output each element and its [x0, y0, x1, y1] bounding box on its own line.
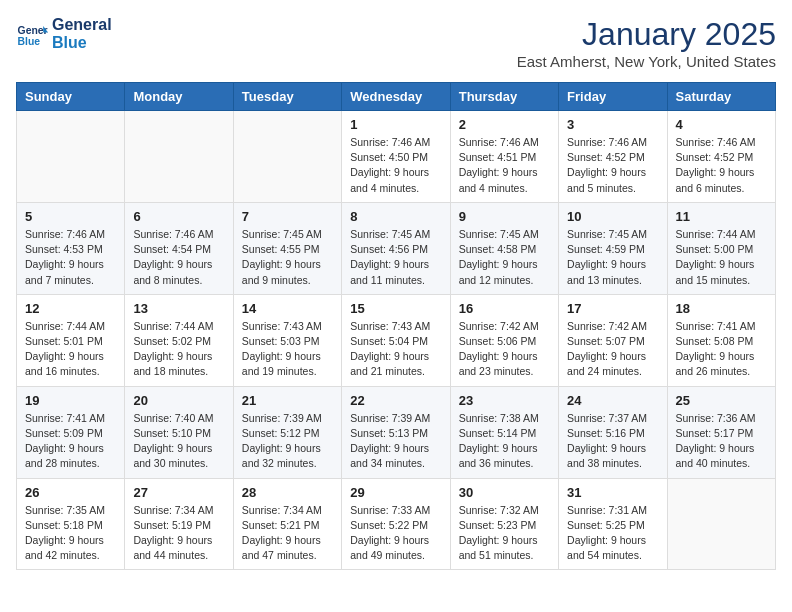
calendar-cell: 7Sunrise: 7:45 AM Sunset: 4:55 PM Daylig… — [233, 202, 341, 294]
title-block: January 2025 East Amherst, New York, Uni… — [517, 16, 776, 70]
day-info: Sunrise: 7:32 AM Sunset: 5:23 PM Dayligh… — [459, 503, 550, 564]
day-number: 10 — [567, 209, 658, 224]
day-number: 17 — [567, 301, 658, 316]
calendar-cell: 1Sunrise: 7:46 AM Sunset: 4:50 PM Daylig… — [342, 111, 450, 203]
day-info: Sunrise: 7:31 AM Sunset: 5:25 PM Dayligh… — [567, 503, 658, 564]
day-number: 28 — [242, 485, 333, 500]
day-number: 16 — [459, 301, 550, 316]
day-number: 25 — [676, 393, 767, 408]
day-info: Sunrise: 7:37 AM Sunset: 5:16 PM Dayligh… — [567, 411, 658, 472]
calendar-cell: 3Sunrise: 7:46 AM Sunset: 4:52 PM Daylig… — [559, 111, 667, 203]
weekday-header: Monday — [125, 83, 233, 111]
day-info: Sunrise: 7:38 AM Sunset: 5:14 PM Dayligh… — [459, 411, 550, 472]
day-info: Sunrise: 7:45 AM Sunset: 4:55 PM Dayligh… — [242, 227, 333, 288]
day-number: 27 — [133, 485, 224, 500]
day-info: Sunrise: 7:34 AM Sunset: 5:21 PM Dayligh… — [242, 503, 333, 564]
day-info: Sunrise: 7:36 AM Sunset: 5:17 PM Dayligh… — [676, 411, 767, 472]
svg-text:Blue: Blue — [18, 36, 41, 47]
logo-blue: Blue — [52, 34, 112, 52]
calendar-header: SundayMondayTuesdayWednesdayThursdayFrid… — [17, 83, 776, 111]
calendar-cell: 6Sunrise: 7:46 AM Sunset: 4:54 PM Daylig… — [125, 202, 233, 294]
day-number: 11 — [676, 209, 767, 224]
day-number: 24 — [567, 393, 658, 408]
day-number: 20 — [133, 393, 224, 408]
logo-general: General — [52, 16, 112, 34]
day-number: 5 — [25, 209, 116, 224]
weekday-header: Tuesday — [233, 83, 341, 111]
day-number: 29 — [350, 485, 441, 500]
day-info: Sunrise: 7:33 AM Sunset: 5:22 PM Dayligh… — [350, 503, 441, 564]
day-info: Sunrise: 7:45 AM Sunset: 4:59 PM Dayligh… — [567, 227, 658, 288]
day-number: 9 — [459, 209, 550, 224]
day-number: 6 — [133, 209, 224, 224]
calendar-cell: 14Sunrise: 7:43 AM Sunset: 5:03 PM Dayli… — [233, 294, 341, 386]
calendar-cell: 28Sunrise: 7:34 AM Sunset: 5:21 PM Dayli… — [233, 478, 341, 570]
calendar-cell: 8Sunrise: 7:45 AM Sunset: 4:56 PM Daylig… — [342, 202, 450, 294]
day-info: Sunrise: 7:43 AM Sunset: 5:04 PM Dayligh… — [350, 319, 441, 380]
calendar-cell — [125, 111, 233, 203]
day-info: Sunrise: 7:44 AM Sunset: 5:01 PM Dayligh… — [25, 319, 116, 380]
day-number: 15 — [350, 301, 441, 316]
calendar-week-row: 1Sunrise: 7:46 AM Sunset: 4:50 PM Daylig… — [17, 111, 776, 203]
day-info: Sunrise: 7:44 AM Sunset: 5:00 PM Dayligh… — [676, 227, 767, 288]
day-number: 3 — [567, 117, 658, 132]
calendar-cell: 2Sunrise: 7:46 AM Sunset: 4:51 PM Daylig… — [450, 111, 558, 203]
day-number: 12 — [25, 301, 116, 316]
day-number: 21 — [242, 393, 333, 408]
day-info: Sunrise: 7:45 AM Sunset: 4:56 PM Dayligh… — [350, 227, 441, 288]
day-info: Sunrise: 7:46 AM Sunset: 4:52 PM Dayligh… — [567, 135, 658, 196]
calendar-cell: 22Sunrise: 7:39 AM Sunset: 5:13 PM Dayli… — [342, 386, 450, 478]
weekday-header: Wednesday — [342, 83, 450, 111]
calendar-cell: 29Sunrise: 7:33 AM Sunset: 5:22 PM Dayli… — [342, 478, 450, 570]
day-number: 14 — [242, 301, 333, 316]
calendar-cell: 12Sunrise: 7:44 AM Sunset: 5:01 PM Dayli… — [17, 294, 125, 386]
calendar-cell: 30Sunrise: 7:32 AM Sunset: 5:23 PM Dayli… — [450, 478, 558, 570]
day-info: Sunrise: 7:34 AM Sunset: 5:19 PM Dayligh… — [133, 503, 224, 564]
calendar-cell: 4Sunrise: 7:46 AM Sunset: 4:52 PM Daylig… — [667, 111, 775, 203]
calendar-cell: 27Sunrise: 7:34 AM Sunset: 5:19 PM Dayli… — [125, 478, 233, 570]
calendar-cell — [17, 111, 125, 203]
calendar-week-row: 5Sunrise: 7:46 AM Sunset: 4:53 PM Daylig… — [17, 202, 776, 294]
day-number: 22 — [350, 393, 441, 408]
calendar-cell: 23Sunrise: 7:38 AM Sunset: 5:14 PM Dayli… — [450, 386, 558, 478]
calendar-cell: 10Sunrise: 7:45 AM Sunset: 4:59 PM Dayli… — [559, 202, 667, 294]
calendar-cell: 26Sunrise: 7:35 AM Sunset: 5:18 PM Dayli… — [17, 478, 125, 570]
day-info: Sunrise: 7:46 AM Sunset: 4:52 PM Dayligh… — [676, 135, 767, 196]
calendar-cell: 20Sunrise: 7:40 AM Sunset: 5:10 PM Dayli… — [125, 386, 233, 478]
day-number: 18 — [676, 301, 767, 316]
logo: General Blue General Blue — [16, 16, 112, 51]
day-number: 26 — [25, 485, 116, 500]
day-number: 4 — [676, 117, 767, 132]
calendar-cell: 17Sunrise: 7:42 AM Sunset: 5:07 PM Dayli… — [559, 294, 667, 386]
calendar-cell: 18Sunrise: 7:41 AM Sunset: 5:08 PM Dayli… — [667, 294, 775, 386]
calendar-cell — [233, 111, 341, 203]
day-info: Sunrise: 7:43 AM Sunset: 5:03 PM Dayligh… — [242, 319, 333, 380]
calendar-cell: 21Sunrise: 7:39 AM Sunset: 5:12 PM Dayli… — [233, 386, 341, 478]
day-number: 30 — [459, 485, 550, 500]
weekday-header: Thursday — [450, 83, 558, 111]
weekday-header: Friday — [559, 83, 667, 111]
day-number: 7 — [242, 209, 333, 224]
day-info: Sunrise: 7:41 AM Sunset: 5:09 PM Dayligh… — [25, 411, 116, 472]
weekday-header: Sunday — [17, 83, 125, 111]
day-info: Sunrise: 7:42 AM Sunset: 5:07 PM Dayligh… — [567, 319, 658, 380]
logo-icon: General Blue — [16, 18, 48, 50]
calendar-week-row: 12Sunrise: 7:44 AM Sunset: 5:01 PM Dayli… — [17, 294, 776, 386]
weekday-header-row: SundayMondayTuesdayWednesdayThursdayFrid… — [17, 83, 776, 111]
calendar-cell: 13Sunrise: 7:44 AM Sunset: 5:02 PM Dayli… — [125, 294, 233, 386]
day-number: 19 — [25, 393, 116, 408]
day-info: Sunrise: 7:42 AM Sunset: 5:06 PM Dayligh… — [459, 319, 550, 380]
location: East Amherst, New York, United States — [517, 53, 776, 70]
calendar-cell: 5Sunrise: 7:46 AM Sunset: 4:53 PM Daylig… — [17, 202, 125, 294]
day-number: 31 — [567, 485, 658, 500]
calendar-cell: 25Sunrise: 7:36 AM Sunset: 5:17 PM Dayli… — [667, 386, 775, 478]
calendar-cell: 19Sunrise: 7:41 AM Sunset: 5:09 PM Dayli… — [17, 386, 125, 478]
month-title: January 2025 — [517, 16, 776, 53]
day-info: Sunrise: 7:45 AM Sunset: 4:58 PM Dayligh… — [459, 227, 550, 288]
day-info: Sunrise: 7:39 AM Sunset: 5:13 PM Dayligh… — [350, 411, 441, 472]
calendar-week-row: 26Sunrise: 7:35 AM Sunset: 5:18 PM Dayli… — [17, 478, 776, 570]
day-info: Sunrise: 7:35 AM Sunset: 5:18 PM Dayligh… — [25, 503, 116, 564]
calendar-week-row: 19Sunrise: 7:41 AM Sunset: 5:09 PM Dayli… — [17, 386, 776, 478]
weekday-header: Saturday — [667, 83, 775, 111]
day-info: Sunrise: 7:46 AM Sunset: 4:54 PM Dayligh… — [133, 227, 224, 288]
